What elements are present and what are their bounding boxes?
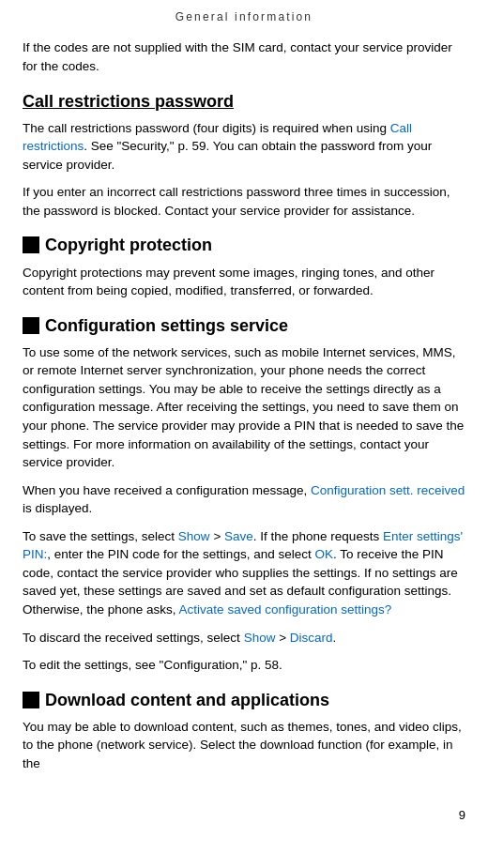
copyright-heading: Copyright protection (45, 233, 212, 257)
config-para4: To discard the received settings, select… (23, 629, 465, 647)
download-section-header: Download content and applications (23, 688, 465, 712)
copyright-section-header: Copyright protection (23, 233, 465, 257)
call-restrictions-heading: Call restrictions password (23, 89, 465, 114)
intro-paragraph: If the codes are not supplied with the S… (23, 38, 465, 75)
config-activate-link: Activate saved configuration settings? (179, 602, 392, 617)
config-para1: To use some of the network services, suc… (23, 343, 465, 472)
download-heading: Download content and applications (45, 688, 329, 712)
main-content: If the codes are not supplied with the S… (0, 31, 488, 800)
config-icon (23, 317, 39, 334)
config-show-link2[interactable]: Show (244, 631, 276, 645)
download-body: You may be able to download content, suc… (23, 718, 465, 773)
config-save-link[interactable]: Save (224, 529, 253, 543)
config-para5: To edit the settings, see "Configuration… (23, 656, 465, 675)
config-section-header: Configuration settings service (23, 313, 465, 338)
page-header: General information (0, 0, 488, 31)
config-received-link[interactable]: Configuration sett. received (311, 483, 465, 497)
page-number: 9 (0, 801, 488, 832)
call-restrictions-para1: The call restrictions password (four dig… (23, 119, 465, 175)
config-heading: Configuration settings service (45, 313, 288, 338)
config-para3: To save the settings, select Show > Save… (23, 527, 465, 619)
copyright-icon (23, 236, 39, 253)
config-show-link1[interactable]: Show (178, 529, 210, 543)
download-icon (23, 692, 39, 708)
header-title: General information (175, 10, 313, 23)
config-discard-link[interactable]: Discard (290, 631, 333, 645)
call-restrictions-para2: If you enter an incorrect call restricti… (23, 183, 465, 220)
config-para2: When you have received a configuration m… (23, 481, 465, 518)
config-ok-link[interactable]: OK (314, 547, 333, 561)
copyright-body: Copyright protections may prevent some i… (23, 264, 465, 300)
